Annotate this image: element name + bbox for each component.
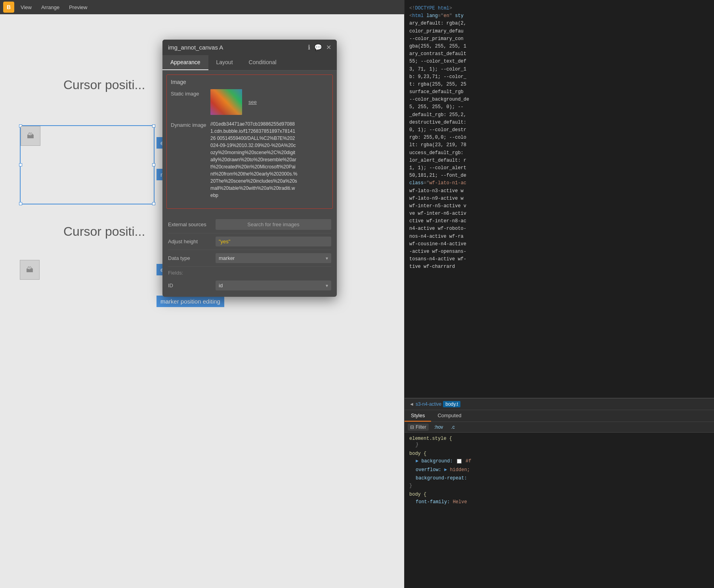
handle-tr[interactable] [152, 124, 155, 128]
devtools-bottom: ◄ s3-n4-active body.t Styles Computed ⊟ … [405, 398, 714, 588]
canvas-small-image-1: 🏔 [21, 126, 40, 146]
devtools-tab-computed[interactable]: Computed [431, 410, 468, 422]
dynamic-image-row: Dynamic image //01edb34471ae707cb1988625… [171, 120, 328, 199]
data-type-chevron-icon: ▾ [326, 256, 328, 261]
panel-header: img_annot_canvas A ℹ 💬 ✕ [162, 40, 337, 55]
dynamic-image-url[interactable]: //01edb34471ae707cb19886255d970881.cdn.b… [210, 120, 298, 199]
pseudo-hov-btn[interactable]: :hov [432, 424, 446, 431]
fields-section-label: Fields: [168, 267, 331, 277]
app-logo[interactable]: B [3, 2, 14, 13]
data-type-row: Data type marker ▾ [168, 250, 331, 267]
panel-tabs: Appearance Layout Conditional [162, 55, 337, 71]
body-prop-background: ► background: #f [416, 457, 709, 466]
tab-appearance[interactable]: Appearance [162, 55, 208, 70]
body-prop-bg-repeat: background-repeat: [416, 474, 709, 483]
handle-ml[interactable] [19, 163, 22, 166]
adjust-height-row: Adjust height "yes" [168, 233, 331, 250]
image-section: Image Static image see Dynamic image //0… [166, 74, 333, 209]
devtools-breadcrumb: ◄ s3-n4-active body.t [405, 399, 714, 410]
data-type-select[interactable]: marker ▾ [216, 253, 331, 263]
canvas-text-1: Cursor positi... [63, 78, 145, 92]
filter-button[interactable]: ⊟ Filter [408, 424, 429, 431]
toolbar-preview[interactable]: Preview [66, 4, 90, 11]
handle-bl[interactable] [19, 202, 22, 205]
body-selector-1: body { [409, 451, 709, 456]
tab-conditional[interactable]: Conditional [241, 55, 284, 70]
devtools-code-area: <!DOCTYPE html> <html lang="en" sty ary_… [405, 0, 714, 398]
id-label: ID [168, 283, 216, 288]
handle-mr[interactable] [152, 163, 155, 166]
dynamic-image-label: Dynamic image [171, 120, 206, 128]
breadcrumb-item-1[interactable]: s3-n4-active [416, 401, 441, 407]
info-icon[interactable]: ℹ [308, 44, 310, 51]
devtools-panel: <!DOCTYPE html> <html lang="en" sty ary_… [404, 0, 714, 588]
static-image-row: Static image see [171, 89, 328, 115]
pseudo-dot-btn[interactable]: .c [449, 424, 457, 431]
id-row: ID id ▾ [168, 277, 331, 294]
body-close-1: } [409, 483, 709, 489]
body-selector-2: body { [409, 492, 709, 497]
canvas-text-2: Cursor positi... [63, 224, 145, 239]
body-prop-overflow: overflow: ► hidden; [416, 466, 709, 475]
adjust-height-value[interactable]: "yes" [216, 237, 331, 246]
toolbar-arrange[interactable]: Arrange [38, 4, 63, 11]
devtools-styles-content: element.style { } body { ► background: #… [405, 433, 714, 588]
devtools-filter-row: ⊟ Filter :hov .c [405, 422, 714, 433]
tab-layout[interactable]: Layout [208, 55, 241, 70]
toolbar-view[interactable]: View [17, 4, 35, 11]
breadcrumb-arrow[interactable]: ◄ [409, 401, 414, 407]
breadcrumb-item-2-active[interactable]: body.t [443, 401, 460, 407]
selection-box-top[interactable]: 🏔 [20, 125, 155, 204]
element-style-selector: element.style { [409, 436, 709, 441]
id-chevron-icon: ▾ [326, 283, 328, 288]
blue-text-4: marker position editing [157, 296, 224, 307]
devtools-tab-styles[interactable]: Styles [405, 410, 431, 422]
panel-title: img_annot_canvas A [168, 44, 223, 51]
data-type-label: Data type [168, 255, 216, 261]
element-style-empty: } [416, 442, 418, 448]
static-image-label: Static image [171, 89, 206, 97]
image-section-label: Image [171, 79, 328, 85]
properties-panel: img_annot_canvas A ℹ 💬 ✕ Appearance Layo… [162, 40, 337, 297]
body-prop-font-family: font-family: Helve [416, 498, 709, 507]
handle-br[interactable] [152, 202, 155, 205]
comment-icon[interactable]: 💬 [314, 44, 322, 51]
search-free-images-button[interactable]: Search for free images [216, 219, 331, 230]
see-link[interactable]: see [248, 99, 257, 105]
fields-section: External sources Search for free images … [162, 213, 337, 297]
close-icon[interactable]: ✕ [326, 44, 331, 51]
static-image-preview[interactable] [210, 89, 242, 115]
id-select[interactable]: id ▾ [216, 281, 331, 290]
external-sources-label: External sources [168, 221, 216, 227]
external-sources-row: External sources Search for free images [168, 216, 331, 233]
filter-icon: ⊟ [410, 424, 414, 430]
adjust-height-label: Adjust height [168, 239, 216, 244]
devtools-tabs: Styles Computed [405, 410, 714, 422]
panel-content: Image Static image see Dynamic image //0… [162, 74, 337, 297]
panel-header-icons: ℹ 💬 ✕ [308, 44, 331, 51]
